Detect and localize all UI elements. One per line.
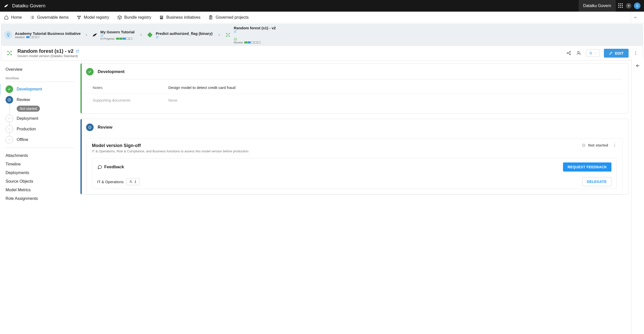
- sidebar-model-metrics[interactable]: Model Metrics: [6, 186, 75, 194]
- sidebar-timeline[interactable]: Timeline: [6, 160, 75, 169]
- signoff-title: Model version Sign-off: [92, 143, 248, 148]
- breadcrumb-sub: Review: [234, 41, 243, 44]
- svg-point-26: [635, 54, 636, 55]
- chevron-right-icon: [216, 33, 222, 36]
- status-badge: Not started: [17, 106, 40, 112]
- dataiku-bird-icon: [4, 3, 9, 9]
- workflow-label: Offline: [17, 137, 28, 142]
- nav-governable-label: Governable items: [37, 15, 69, 20]
- navbar: Home Governable items Model registry Bun…: [0, 12, 644, 23]
- more-menu-icon[interactable]: [633, 50, 639, 56]
- sidebar-source-objects[interactable]: Source Objects: [6, 177, 75, 186]
- svg-point-9: [226, 33, 227, 34]
- card-stripe: [80, 63, 82, 113]
- svg-point-14: [234, 38, 237, 41]
- signoff-desc: IT & Operations, Risk & Compliance, and …: [92, 149, 248, 153]
- svg-point-40: [614, 145, 615, 145]
- model-version-icon: [5, 49, 14, 57]
- nav-expand-chevron[interactable]: [631, 12, 640, 23]
- apps-grid-icon[interactable]: [618, 3, 623, 8]
- nav-governed-projects[interactable]: Governed projects: [208, 15, 249, 20]
- breadcrumb-item-project[interactable]: My Govern Tutorial In Progress: [92, 30, 136, 40]
- page-header: Random forest (s1) - v2 Govern model ver…: [1, 46, 643, 61]
- sidebar-deployments[interactable]: Deployments: [6, 169, 75, 177]
- clock-icon: [86, 124, 94, 131]
- chat-icon: [97, 164, 102, 170]
- progress-indicator: [244, 41, 260, 43]
- breadcrumb: Academy Tutorial Business Initiative Ide…: [1, 24, 643, 46]
- nav-bundle-registry[interactable]: Bundle registry: [117, 15, 151, 20]
- external-link-icon[interactable]: [156, 36, 213, 39]
- model-green-icon: [147, 32, 153, 38]
- nav-home[interactable]: Home: [4, 15, 22, 20]
- development-card: Development Notes Design model to detect…: [80, 63, 628, 114]
- home-icon: [4, 15, 9, 20]
- delegate-button[interactable]: DELEGATE: [582, 177, 611, 186]
- svg-point-42: [130, 180, 131, 182]
- user-avatar[interactable]: S: [634, 3, 640, 9]
- card-title: Review: [98, 125, 113, 130]
- arrow-left-icon[interactable]: [635, 63, 640, 205]
- svg-point-12: [229, 36, 230, 37]
- edit-button[interactable]: EDIT: [604, 49, 629, 58]
- breadcrumb-title: Academy Tutorial Business Initiative: [15, 31, 81, 36]
- share-icon[interactable]: [566, 50, 572, 56]
- breadcrumb-title: Random forest (s1) - v2: [234, 26, 276, 30]
- nav-business-initiatives[interactable]: Business initiatives: [159, 15, 200, 20]
- signoff-box: Model version Sign-off IT & Operations, …: [86, 138, 623, 194]
- user-role-icon[interactable]: [576, 50, 582, 56]
- workflow-label: Development: [17, 87, 42, 91]
- nav-governable-items[interactable]: Governable items: [30, 15, 69, 20]
- request-feedback-button[interactable]: REQUEST FEEDBACK: [563, 162, 611, 172]
- instance-switcher[interactable]: Dataiku Govern: [579, 0, 616, 12]
- app-title: Dataiku Govern: [12, 3, 45, 9]
- field-label-notes: Notes: [93, 85, 168, 90]
- check-icon: [86, 68, 94, 76]
- lightbulb-icon: [4, 31, 12, 39]
- collapse-panel: [631, 59, 644, 205]
- dots-icon: [6, 125, 13, 133]
- breadcrumb-sub: In Progress: [100, 37, 115, 40]
- field-label-docs: Supporting documents: [93, 98, 168, 102]
- svg-rect-3: [160, 16, 163, 17]
- workflow-step-production[interactable]: Production: [6, 124, 75, 134]
- progress-indicator: [26, 36, 39, 38]
- model-icon: [77, 15, 81, 20]
- workflow-step-offline[interactable]: Offline: [6, 134, 75, 145]
- svg-point-19: [9, 53, 10, 54]
- workflow-step-deployment[interactable]: Deployment: [6, 113, 75, 124]
- external-link-icon[interactable]: [234, 30, 277, 33]
- external-link-icon[interactable]: [75, 49, 79, 53]
- svg-rect-5: [160, 18, 163, 19]
- svg-point-30: [10, 118, 11, 119]
- svg-point-24: [635, 51, 636, 52]
- card-stripe: [80, 119, 82, 194]
- field-value-docs: None: [168, 98, 177, 102]
- breadcrumb-title: Predict authorized_flag (binary): [156, 31, 212, 36]
- bird-icon: [92, 32, 98, 38]
- card-title: Development: [98, 69, 125, 74]
- sidebar-attachments[interactable]: Attachments: [6, 151, 75, 160]
- svg-point-41: [614, 146, 615, 147]
- svg-point-34: [8, 139, 9, 140]
- clipboard-icon: [208, 15, 213, 20]
- sidebar-overview[interactable]: Overview: [6, 65, 75, 74]
- topbar: Dataiku Govern Dataiku Govern ? S: [0, 0, 644, 12]
- svg-point-31: [8, 129, 9, 129]
- help-icon[interactable]: ?: [626, 3, 631, 9]
- workflow-step-review[interactable]: Review: [6, 94, 75, 105]
- breadcrumb-item-model[interactable]: Predict authorized_flag (binary): [147, 31, 213, 39]
- workflow-label: Deployment: [17, 116, 38, 121]
- sidebar-role-assignments[interactable]: Role Assignments: [6, 194, 75, 203]
- breadcrumb-item-initiative[interactable]: Academy Tutorial Business Initiative Ide…: [4, 31, 81, 39]
- notifications-dropdown[interactable]: [586, 49, 600, 57]
- workflow-step-development[interactable]: Development: [6, 84, 75, 94]
- check-circle-icon: [234, 37, 277, 41]
- breadcrumb-item-model-version[interactable]: Random forest (s1) - v2 Review: [225, 26, 277, 44]
- assignee-chip[interactable]: 1: [126, 178, 139, 185]
- external-link-icon[interactable]: [100, 34, 136, 37]
- nav-model-registry[interactable]: Model registry: [77, 15, 109, 20]
- clock-icon: [6, 96, 13, 104]
- svg-point-17: [7, 54, 9, 55]
- more-menu-icon[interactable]: [613, 143, 617, 147]
